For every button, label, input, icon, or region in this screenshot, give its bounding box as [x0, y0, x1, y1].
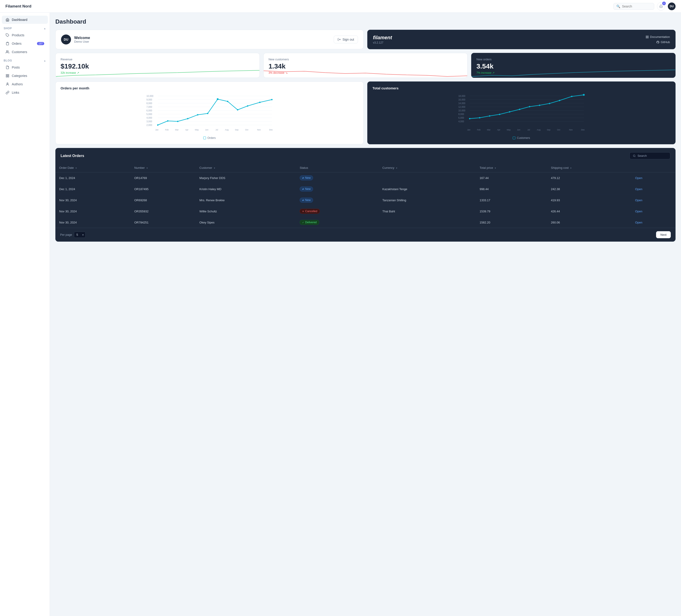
col-order-date[interactable]: Order Date ▾	[56, 163, 131, 172]
col-shipping[interactable]: Shipping cost ▾	[547, 163, 632, 172]
documentation-link[interactable]: Documentation	[646, 35, 670, 39]
svg-text:16,000: 16,000	[458, 98, 465, 101]
cell-action[interactable]: Open	[632, 217, 675, 228]
sort-icon: ▾	[495, 167, 496, 169]
next-button[interactable]: Next	[656, 231, 671, 238]
sidebar-item-authors[interactable]: Authors	[2, 80, 48, 88]
svg-point-35	[197, 114, 199, 116]
welcome-text: Welcome Demo User	[74, 36, 90, 43]
cell-status: ⇄ New	[296, 172, 379, 183]
svg-point-41	[259, 102, 261, 103]
main-content: Dashboard DU Welcome Demo User Sign out	[50, 13, 681, 616]
global-search-input[interactable]	[622, 4, 651, 8]
svg-text:Jun: Jun	[517, 129, 521, 131]
sign-out-button[interactable]: Sign out	[334, 35, 358, 43]
cell-action[interactable]: Open	[632, 195, 675, 206]
col-customer[interactable]: Customer ▾	[196, 163, 296, 172]
cell-customer: Okey Sipes	[196, 217, 296, 228]
svg-point-71	[469, 118, 471, 119]
cell-currency: Kazakhstani Tenge	[379, 183, 476, 195]
svg-text:18,000: 18,000	[458, 95, 465, 97]
orders-badge: 197	[37, 42, 44, 45]
orders-chart-area: 10,000 9,000 8,000 7,000 6,000 5,000 4,0…	[60, 94, 358, 134]
welcome-card: DU Welcome Demo User Sign out	[55, 30, 363, 49]
cell-customer: Mrs. Renee Brekke	[196, 195, 296, 206]
sort-icon: ▾	[570, 167, 572, 169]
sidebar-item-label: Posts	[12, 66, 20, 69]
cell-action[interactable]: Open	[632, 206, 675, 217]
svg-point-38	[227, 101, 228, 102]
open-link[interactable]: Open	[635, 176, 642, 180]
orders-chart-card: Orders per month 10,000 9,000 8,000 7,00…	[55, 81, 363, 144]
open-link[interactable]: Open	[635, 199, 642, 202]
sidebar-item-orders[interactable]: Orders 197	[2, 40, 48, 48]
open-link[interactable]: Open	[635, 210, 642, 213]
status-badge: ⇄ New	[300, 198, 313, 203]
global-search-box[interactable]: 🔍	[613, 3, 654, 10]
per-page-select[interactable]: 5 10 25	[74, 232, 85, 238]
sidebar-item-products[interactable]: Products	[2, 31, 48, 39]
per-page-label: Per page	[60, 233, 72, 237]
svg-text:8,000: 8,000	[458, 113, 464, 116]
col-total[interactable]: Total price ▾	[476, 163, 547, 172]
cell-action[interactable]: Open	[632, 183, 675, 195]
notification-button[interactable]: 0	[657, 2, 665, 10]
svg-point-31	[157, 124, 158, 126]
welcome-subtitle: Demo User	[74, 40, 90, 43]
topbar: Filament Nord 🔍 0 DU	[0, 0, 681, 13]
file-icon	[5, 65, 9, 69]
cell-total: 1539.79	[476, 206, 547, 217]
sidebar-item-posts[interactable]: Posts	[2, 63, 48, 72]
sidebar-item-dashboard[interactable]: Dashboard	[2, 16, 48, 24]
charts-row: Orders per month 10,000 9,000 8,000 7,00…	[55, 81, 676, 144]
sidebar-item-categories[interactable]: Categories	[2, 72, 48, 80]
cell-number: OR69268	[131, 195, 196, 206]
svg-point-75	[509, 111, 510, 113]
svg-text:5,000: 5,000	[147, 113, 152, 116]
table-row: Nov 30, 2024 OR355932 Willie Schultz ✕ C…	[56, 206, 675, 217]
svg-point-34	[187, 118, 188, 119]
table-row: Nov 30, 2024 OR69268 Mrs. Renee Brekke ⇄…	[56, 195, 675, 206]
svg-text:Feb: Feb	[477, 129, 481, 131]
topbar-right: 🔍 0 DU	[613, 2, 676, 10]
sidebar-item-customers[interactable]: Customers	[2, 48, 48, 56]
status-badge: ⇄ New	[300, 175, 313, 180]
svg-point-76	[519, 109, 521, 110]
user-avatar[interactable]: DU	[668, 2, 676, 10]
status-icon: ✕	[302, 210, 304, 213]
cell-number: OR14769	[131, 172, 196, 183]
cell-shipping: 419.93	[547, 195, 632, 206]
svg-point-40	[247, 105, 248, 107]
orders-table-wrap: Order Date ▾ Number ▾ Customer ▾	[56, 163, 675, 228]
orders-search-box[interactable]	[630, 152, 670, 159]
svg-text:Aug: Aug	[537, 129, 540, 131]
svg-text:Sep: Sep	[547, 129, 550, 131]
customers-chart-card: Total customers 18,000 16,000 14,000 12,…	[367, 81, 676, 144]
sort-icon: ▾	[396, 167, 397, 169]
cell-status: ⇄ New	[296, 183, 379, 195]
sidebar-item-links[interactable]: Links	[2, 89, 48, 97]
open-link[interactable]: Open	[635, 188, 642, 191]
stat-revenue: Revenue $192.10k 32k increase ↗	[55, 53, 260, 78]
svg-text:10,000: 10,000	[458, 109, 465, 112]
sidebar-item-label: Dashboard	[12, 18, 27, 22]
svg-text:Sep: Sep	[235, 129, 238, 131]
status-icon: ⇄	[302, 188, 304, 190]
stats-row: Revenue $192.10k 32k increase ↗ New cust…	[55, 53, 676, 78]
cell-customer: Marjory Fisher DDS	[196, 172, 296, 183]
open-link[interactable]: Open	[635, 221, 642, 224]
col-number[interactable]: Number ▾	[131, 163, 196, 172]
app-logo: Filament Nord	[5, 4, 31, 9]
svg-text:4,000: 4,000	[458, 120, 464, 123]
cell-action[interactable]: Open	[632, 172, 675, 183]
doc-label: Documentation	[650, 35, 670, 39]
svg-point-36	[207, 113, 208, 114]
orders-legend: Orders	[60, 137, 358, 140]
github-link[interactable]: GitHub	[656, 41, 670, 44]
main-layout: Dashboard Shop ▲ Products Orders 197 Cus…	[0, 13, 681, 616]
orders-search-input[interactable]	[637, 154, 667, 157]
sidebar: Dashboard Shop ▲ Products Orders 197 Cus…	[0, 13, 50, 616]
tag-icon	[5, 33, 9, 37]
col-currency[interactable]: Currency ▾	[379, 163, 476, 172]
cell-currency	[379, 217, 476, 228]
